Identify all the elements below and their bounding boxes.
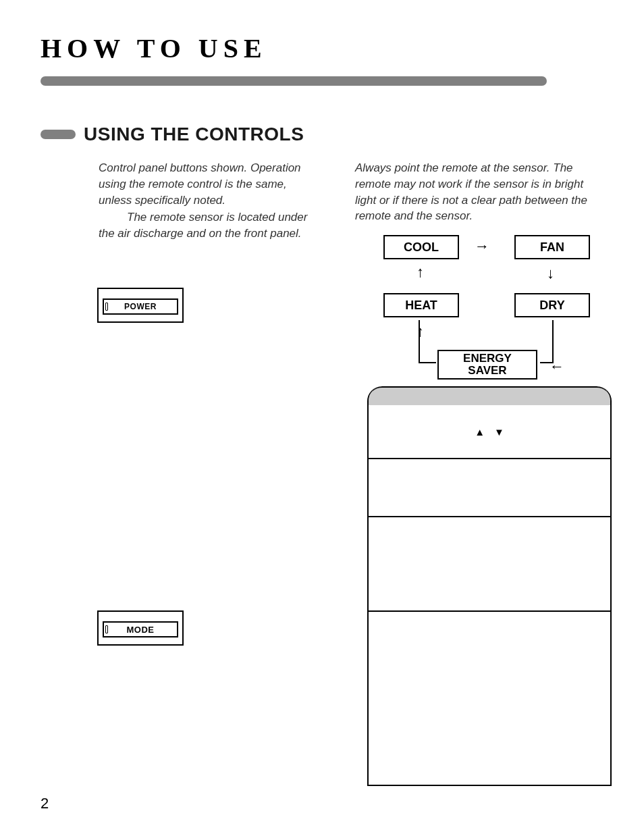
connector-line — [540, 362, 554, 363]
mode-energy-saver-line2: SAVER — [463, 365, 512, 377]
page-number: 2 — [41, 795, 49, 812]
intro-left-p1: Control panel buttons shown. Operation u… — [99, 160, 321, 208]
mode-box-energy-saver: ENERGY SAVER — [437, 350, 537, 380]
control-panel: ▲ ▼ — [367, 386, 612, 786]
control-panel-row — [369, 612, 610, 783]
title-divider — [41, 76, 547, 86]
mode-energy-saver-line1: ENERGY — [463, 353, 512, 365]
page-title: HOW TO USE — [41, 32, 603, 64]
arrow-up-icon: ↑ — [417, 263, 424, 281]
control-panel-header — [369, 386, 610, 405]
section-bullet-icon — [41, 130, 76, 139]
arrow-down-icon: ↓ — [547, 265, 554, 282]
intro-text: Control panel buttons shown. Operation u… — [41, 160, 603, 242]
arrow-right-icon: → — [475, 238, 489, 255]
control-panel-row — [369, 459, 610, 517]
connector-line — [419, 362, 436, 363]
mode-button-label: MODE — [127, 625, 155, 635]
mode-diagram: COOL FAN HEAT DRY ENERGY SAVER → ↑ ↓ ← ↑ — [370, 235, 614, 384]
triangle-up-icon: ▲ — [475, 426, 485, 438]
triangle-down-icon: ▼ — [494, 426, 504, 438]
power-button[interactable]: POWER — [97, 288, 184, 323]
section-header: USING THE CONTROLS — [41, 124, 603, 145]
mode-box-fan: FAN — [514, 235, 590, 259]
mode-box-heat: HEAT — [383, 293, 459, 317]
control-panel-row — [369, 517, 610, 612]
mode-button-notch-icon — [105, 625, 108, 633]
control-panel-arrows: ▲ ▼ — [369, 405, 610, 459]
connector-line — [552, 320, 554, 363]
intro-right: Always point the remote at the sensor. T… — [355, 160, 598, 242]
section-title: USING THE CONTROLS — [84, 124, 304, 145]
connector-line — [419, 320, 420, 363]
arrow-up-icon: ↑ — [417, 323, 424, 340]
intro-left-p2: The remote sensor is located under the a… — [99, 211, 307, 240]
power-button-notch-icon — [105, 303, 108, 311]
mode-box-cool: COOL — [383, 235, 459, 259]
power-button-label: POWER — [124, 302, 157, 311]
mode-box-dry: DRY — [514, 293, 590, 317]
mode-button[interactable]: MODE — [97, 610, 184, 646]
